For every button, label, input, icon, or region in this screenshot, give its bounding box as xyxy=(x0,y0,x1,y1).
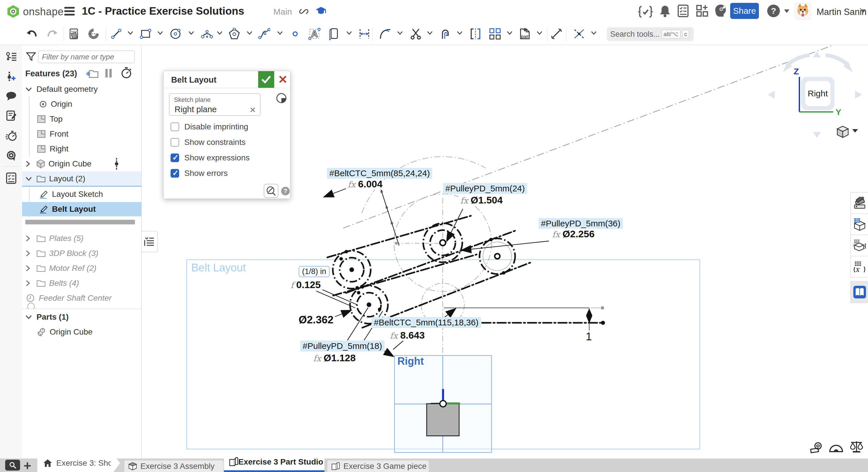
line-tool[interactable] xyxy=(109,26,124,41)
parts-section-header[interactable]: Parts (1) xyxy=(22,310,141,324)
chevron-down-icon[interactable] xyxy=(26,176,32,181)
polygon-tool-caret-icon[interactable] xyxy=(247,31,252,35)
protractor-icon[interactable] xyxy=(829,441,844,453)
dxf-import-tool[interactable]: DXF xyxy=(518,26,532,41)
tab-search-button[interactable] xyxy=(5,460,20,471)
dim-belt2-expression[interactable]: #BeltCTC_5mm(115,18,36) xyxy=(372,317,481,328)
rotate-left-arrow[interactable] xyxy=(768,91,775,99)
redo-button[interactable] xyxy=(45,26,60,41)
mirror-tool[interactable] xyxy=(468,26,483,41)
arc-tool[interactable] xyxy=(199,26,215,41)
line-tool-caret-icon[interactable] xyxy=(127,31,133,35)
dim-p36-expression[interactable]: #PulleyPD_5mm(36) xyxy=(539,218,623,229)
checkbox-row-show-errors[interactable]: Show errors xyxy=(170,169,228,178)
feature-row-motor-ref-folder[interactable]: Motor Ref (2) xyxy=(22,261,141,275)
help-caret-icon[interactable] xyxy=(784,9,789,13)
undo-button[interactable] xyxy=(24,26,39,41)
document-home-tab[interactable]: Exercise 3: Sho xyxy=(37,454,120,472)
notifications-bell-icon[interactable] xyxy=(659,5,671,17)
dim-p36-value[interactable]: fxØ2.256 xyxy=(551,228,596,240)
filter-input[interactable] xyxy=(38,50,135,63)
learning-center-icon[interactable] xyxy=(315,6,327,17)
circle-tool-caret-icon[interactable] xyxy=(188,31,194,35)
point-tool[interactable] xyxy=(288,26,303,41)
feature-row-layout-sketch[interactable]: Layout Sketch xyxy=(22,187,141,201)
sketch-plane-field[interactable]: Sketch plane Right plane ✕ xyxy=(169,94,260,115)
notes-panel-button[interactable] xyxy=(850,281,868,303)
feature-row-default-geometry[interactable]: Default geometry xyxy=(22,82,141,96)
dialog-checkbox-0[interactable] xyxy=(170,123,179,131)
chevron-right-icon[interactable] xyxy=(26,265,30,271)
dim-belt1-expression[interactable]: #BeltCTC_5mm(85,24,24) xyxy=(327,168,432,179)
feature-row-origin-cube[interactable]: Origin Cube xyxy=(22,157,141,171)
share-button[interactable]: Share xyxy=(730,3,759,19)
slot-tool-caret-icon[interactable] xyxy=(346,31,352,35)
ai-assistant-icon[interactable] xyxy=(714,4,727,17)
appearance-panel-button[interactable] xyxy=(850,192,868,214)
dim-belt1-value[interactable]: fx6.004 xyxy=(346,178,384,190)
checkbox-row-disable-imprinting[interactable]: Disable imprinting xyxy=(170,122,248,131)
history-insert-icon[interactable] xyxy=(0,68,22,85)
hamburger-menu-icon[interactable] xyxy=(64,7,75,16)
rollback-bar[interactable] xyxy=(25,220,135,224)
dim-eighth-value[interactable]: f0.125 xyxy=(289,279,322,291)
trim-tool[interactable] xyxy=(408,26,423,41)
dim-d2362-value[interactable]: Ø2.362 xyxy=(297,314,335,326)
custom-tables-panel-button[interactable] xyxy=(850,213,868,235)
measure-tool[interactable] xyxy=(549,26,564,41)
dim-p24-expression[interactable]: #PulleyPD_5mm(24) xyxy=(443,183,527,194)
dim-belt2-value[interactable]: fx8.643 xyxy=(388,330,426,341)
clear-selection-icon[interactable]: ✕ xyxy=(250,105,256,115)
pattern-tool-caret-icon[interactable] xyxy=(507,31,513,35)
extrude-tool[interactable] xyxy=(67,26,82,41)
apps-store-icon[interactable] xyxy=(696,5,709,17)
view-cube[interactable]: Right Z Y xyxy=(764,46,868,143)
document-title[interactable]: 1C - Practice Exercise Solutions xyxy=(82,5,244,17)
user-name[interactable]: Martin Sanin xyxy=(816,7,867,17)
chevron-right-icon[interactable] xyxy=(26,250,30,257)
text-tool[interactable]: A xyxy=(307,26,322,41)
construction-tool[interactable] xyxy=(572,26,587,41)
notes-icon[interactable] xyxy=(0,107,22,124)
chevron-right-icon[interactable] xyxy=(26,235,30,242)
dialog-checkbox-3[interactable] xyxy=(170,169,179,178)
circle-tool[interactable] xyxy=(168,26,183,41)
view-normal-to-sketch-button[interactable] xyxy=(264,184,278,198)
checkbox-row-show-expressions[interactable]: Show expressions xyxy=(170,153,250,162)
mass-properties-icon[interactable] xyxy=(849,440,864,453)
pulley-circles[interactable] xyxy=(333,223,515,324)
part-row-origin-cube[interactable]: Origin Cube xyxy=(22,325,141,339)
performance-icon[interactable] xyxy=(0,127,22,144)
offset-tool-caret-icon[interactable] xyxy=(457,31,463,35)
features-flyout-toggle[interactable] xyxy=(141,231,158,252)
comments-icon[interactable] xyxy=(0,88,22,104)
link-icon[interactable] xyxy=(299,6,309,16)
dim-p18-expression[interactable]: #PulleyPD_5mm(18) xyxy=(300,341,384,351)
feature-row-feeder-shaft-center[interactable]: Feeder Shaft Center xyxy=(22,291,141,305)
dim-eighth-expression[interactable]: (1/8) in xyxy=(299,266,330,277)
fillet-tool[interactable] xyxy=(378,26,393,41)
rotate-up-arrow[interactable] xyxy=(813,52,821,57)
search-tools-input[interactable]: Search tools... alt/⌥ c xyxy=(607,27,694,41)
view-cube-face[interactable]: Right xyxy=(801,77,834,110)
dialog-help-icon[interactable]: ? xyxy=(281,187,290,195)
chevron-right-icon[interactable] xyxy=(26,280,30,286)
spline-tool[interactable] xyxy=(257,26,272,41)
dim-p18-value[interactable]: fxØ1.128 xyxy=(312,352,358,364)
feature-row-belt-layout[interactable]: Belt Layout xyxy=(22,202,141,216)
dim-one-value[interactable]: 1 xyxy=(584,331,594,343)
offset-tool[interactable] xyxy=(439,26,454,41)
rectangle-tool-caret-icon[interactable] xyxy=(157,31,163,35)
dimension-tool[interactable] xyxy=(357,26,372,41)
feedback-icon[interactable] xyxy=(0,147,22,164)
origin-cube-section[interactable] xyxy=(427,404,459,436)
filter-icon[interactable] xyxy=(26,52,36,61)
dialog-accept-button[interactable] xyxy=(258,71,274,88)
onshape-logo-icon[interactable] xyxy=(6,5,20,19)
add-folder-icon[interactable] xyxy=(86,68,98,79)
dialog-cancel-button[interactable]: ✕ xyxy=(276,71,290,88)
arc-tool-caret-icon[interactable] xyxy=(217,31,222,35)
trim-tool-caret-icon[interactable] xyxy=(427,31,433,35)
variables-panel-button[interactable]: x xyxy=(850,256,868,278)
checkbox-row-show-constraints[interactable]: Show constraints xyxy=(170,138,246,147)
